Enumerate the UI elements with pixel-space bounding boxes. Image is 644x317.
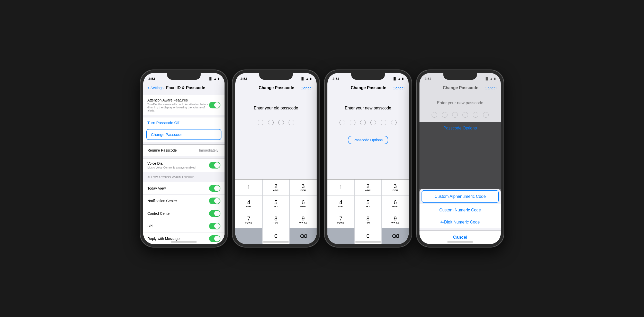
signal-icon: ▐▌ <box>209 77 213 80</box>
key-7[interactable]: 7PQRS <box>235 212 262 228</box>
key-3-9[interactable]: 9WXYZ <box>382 212 409 228</box>
change-passcode-title-3: Change Passcode <box>351 86 386 90</box>
custom-alphanumeric-option[interactable]: Custom Alphanumeric Code <box>422 190 499 203</box>
dot-4-5 <box>473 112 478 118</box>
dot-3-3 <box>360 120 366 125</box>
dot-4-6 <box>483 112 489 118</box>
dot-1 <box>258 120 263 125</box>
settings-nav: < Settings Face ID & Passcode <box>143 83 225 93</box>
home-indicator-3 <box>355 241 381 243</box>
dot-3-4 <box>370 120 376 125</box>
dot-3-1 <box>339 120 345 125</box>
passcode-screen-3: 3:54 ▐▌ ▲ ▮ Change Passcode Cancel Enter… <box>327 73 409 244</box>
passcode-options-overlay-link[interactable]: Passcode Options <box>419 122 501 135</box>
change-passcode-title-2: Change Passcode <box>259 86 294 90</box>
notification-center-toggle[interactable] <box>209 198 220 204</box>
battery-icon: ▮ <box>218 77 219 80</box>
key-1[interactable]: 1 <box>235 180 262 195</box>
dot-4-1 <box>432 112 437 118</box>
wifi-icon-2: ▲ <box>306 77 309 80</box>
cancel-btn-4[interactable]: Cancel <box>485 86 497 90</box>
status-time: 3:53 <box>148 77 155 81</box>
key-5[interactable]: 5JKL <box>263 196 290 212</box>
status-icons: ▐▌ ▲ ▮ <box>209 77 219 80</box>
key-3-empty <box>327 228 354 244</box>
notch <box>167 73 201 80</box>
turn-passcode-off-link[interactable]: Turn Passcode Off <box>143 117 225 128</box>
passcode-nav-4: Change Passcode Cancel <box>419 83 501 93</box>
voice-dial-toggle[interactable] <box>209 162 220 169</box>
key-3-5[interactable]: 5JKL <box>355 196 382 212</box>
notch-4 <box>443 73 477 80</box>
key-6[interactable]: 6MNO <box>290 196 317 212</box>
signal-icon-4: ▐▌ <box>485 77 489 80</box>
four-digit-option[interactable]: 4-Digit Numeric Code <box>419 216 501 228</box>
require-passcode-label: Require Passcode <box>147 148 177 152</box>
wifi-icon: ▲ <box>214 77 217 80</box>
passcode-dots-3 <box>327 116 409 133</box>
attention-label: Attention Aware Features <box>147 98 209 102</box>
require-passcode-row[interactable]: Require Passcode Immediately › <box>143 145 225 156</box>
key-3-6[interactable]: 6MNO <box>382 196 409 212</box>
passcode-prompt-3: Enter your new passcode <box>327 93 409 116</box>
numpad-2: 1 2ABC 3DEF 4GHI 5JKL 6MNO 7PQRS 8TUV 9W… <box>235 179 317 244</box>
passcode-dots-2 <box>235 116 317 133</box>
phone4: 3:54 ▐▌ ▲ ▮ Change Passcode Cancel Enter… <box>416 70 504 247</box>
back-button[interactable]: < Settings <box>147 86 164 90</box>
dot-4-2 <box>442 112 448 118</box>
key-3-1[interactable]: 1 <box>327 180 354 195</box>
key-8[interactable]: 8TUV <box>263 212 290 228</box>
key-empty <box>235 228 262 244</box>
notch <box>259 73 293 80</box>
phone3-screen: 3:54 ▐▌ ▲ ▮ Change Passcode Cancel Enter… <box>327 73 409 244</box>
status-time-4: 3:54 <box>425 77 431 81</box>
notification-center-row: Notification Center <box>143 195 225 207</box>
today-view-toggle[interactable] <box>209 185 220 192</box>
phone4-screen: 3:54 ▐▌ ▲ ▮ Change Passcode Cancel Enter… <box>419 73 501 244</box>
phones-container: 3:53 ▐▌ ▲ ▮ < Settings Face ID & Passcod… <box>135 65 509 252</box>
battery-icon-4: ▮ <box>494 77 496 80</box>
phone2: 3:53 ▐▌ ▲ ▮ Change Passcode Cancel Enter… <box>232 70 320 247</box>
cancel-btn-2[interactable]: Cancel <box>300 86 312 90</box>
passcode-nav-2: Change Passcode Cancel <box>235 83 317 93</box>
key-3-4[interactable]: 4GHI <box>327 196 354 212</box>
wifi-icon-3: ▲ <box>398 77 401 80</box>
passcode-nav-3: Change Passcode Cancel <box>327 83 409 93</box>
home-indicator <box>171 241 197 243</box>
reply-message-toggle[interactable] <box>209 235 220 242</box>
custom-numeric-option[interactable]: Custom Numeric Code <box>419 204 501 216</box>
dot-3-5 <box>381 120 386 125</box>
change-passcode-row[interactable]: Change Passcode <box>146 129 221 140</box>
settings-screen: 3:53 ▐▌ ▲ ▮ < Settings Face ID & Passcod… <box>143 73 225 244</box>
attention-toggle[interactable] <box>209 102 220 108</box>
chevron-icon: › <box>219 148 220 152</box>
key-3-2[interactable]: 2ABC <box>355 180 382 195</box>
key-3-delete[interactable]: ⌫ <box>382 228 409 244</box>
key-9[interactable]: 9WXYZ <box>290 212 317 228</box>
key-3-8[interactable]: 8TUV <box>355 212 382 228</box>
siri-label: Siri <box>147 224 153 228</box>
cancel-btn-3[interactable]: Cancel <box>392 86 405 90</box>
key-3-7[interactable]: 7PQRS <box>327 212 354 228</box>
dot-3-2 <box>350 120 355 125</box>
siri-toggle[interactable] <box>209 223 220 229</box>
key-3-3[interactable]: 3DEF <box>382 180 409 195</box>
attention-label-group: Attention Aware Features TrueDepth camer… <box>147 98 209 112</box>
passcode-options-button[interactable]: Passcode Options <box>348 136 388 144</box>
attention-row: Attention Aware Features TrueDepth camer… <box>143 95 225 115</box>
control-center-row: Control Center <box>143 207 225 220</box>
key-2[interactable]: 2ABC <box>263 180 290 195</box>
notch-3 <box>351 73 385 80</box>
control-center-toggle[interactable] <box>209 210 220 217</box>
key-3[interactable]: 3DEF <box>290 180 317 195</box>
status-icons-2: ▐▌ ▲ ▮ <box>301 77 311 80</box>
voice-dial-section: Voice Dial Music Voice Control is always… <box>143 158 225 172</box>
key-delete[interactable]: ⌫ <box>290 228 317 244</box>
dot-4 <box>289 120 294 125</box>
phone1: 3:53 ▐▌ ▲ ▮ < Settings Face ID & Passcod… <box>140 70 228 247</box>
attention-section: Attention Aware Features TrueDepth camer… <box>143 95 225 115</box>
options-screen: 3:54 ▐▌ ▲ ▮ Change Passcode Cancel Enter… <box>419 73 501 244</box>
key-4[interactable]: 4GHI <box>235 196 262 212</box>
nav-title: Face ID & Passcode <box>166 86 205 90</box>
control-center-label: Control Center <box>147 211 171 216</box>
